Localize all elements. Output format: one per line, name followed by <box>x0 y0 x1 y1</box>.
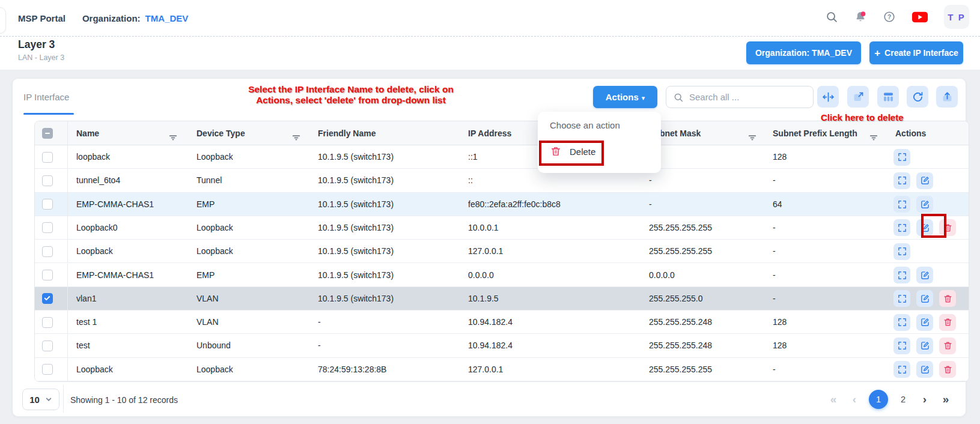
divider <box>67 287 68 310</box>
select-all-checkbox[interactable] <box>42 128 53 139</box>
cell-subnet-mask: 255.255.255.0 <box>649 287 703 310</box>
edit-row-button[interactable] <box>916 361 933 378</box>
cell-device-type: VLAN <box>196 287 219 310</box>
filter-icon[interactable] <box>868 128 879 139</box>
notifications-icon[interactable] <box>854 10 867 23</box>
plus-icon: + <box>874 48 880 58</box>
delete-row-button[interactable] <box>939 290 956 307</box>
expand-row-button[interactable] <box>893 243 910 260</box>
delete-row-button[interactable] <box>939 361 956 378</box>
pagination-next[interactable]: › <box>918 393 931 406</box>
edit-row-button[interactable] <box>916 290 933 307</box>
edit-row-button[interactable] <box>916 338 933 354</box>
annotation-note: Select the IP Interface Name to delete, … <box>233 84 469 106</box>
organization-button[interactable]: Organization: TMA_DEV <box>746 41 861 64</box>
cell-subnet-mask: 255.255.255.255 <box>649 216 712 240</box>
pagination-prev[interactable]: ‹ <box>848 393 861 406</box>
actions-button[interactable]: Actions▾ <box>593 86 657 108</box>
table-row: LoopbackLoopback78:24:59:13:28:8B127.0.0… <box>35 358 969 381</box>
table-row: EMP-CMMA-CHAS1EMP10.1.9.5 (switch173)0.0… <box>35 264 969 287</box>
edit-row-button[interactable] <box>916 267 933 283</box>
avatar[interactable]: T P <box>944 5 969 29</box>
filter-icon[interactable] <box>747 128 758 139</box>
edit-row-button[interactable] <box>916 172 933 189</box>
column-header-friendly-name[interactable]: Friendly Name <box>318 121 376 145</box>
table-row: testUnbound-10.94.182.4255.255.255.24812… <box>35 334 969 357</box>
row-checkbox[interactable] <box>42 152 53 163</box>
expand-row-button[interactable] <box>893 290 910 307</box>
row-checkbox[interactable] <box>42 293 53 304</box>
cell-device-type: Unbound <box>196 334 231 357</box>
help-icon[interactable]: ? <box>883 10 896 23</box>
cell-subnet-mask: 255.255.255.255 <box>649 240 712 263</box>
expand-row-button[interactable] <box>893 149 910 166</box>
row-checkbox[interactable] <box>42 222 53 233</box>
divider <box>67 216 68 239</box>
delete-menu-item[interactable]: Delete <box>545 138 654 165</box>
search-input[interactable] <box>666 86 813 108</box>
row-checkbox[interactable] <box>42 246 53 257</box>
row-checkbox[interactable] <box>42 270 53 280</box>
create-ip-interface-button[interactable]: + Create IP Interface <box>869 41 963 64</box>
expand-row-button[interactable] <box>893 361 910 378</box>
delete-row-button[interactable] <box>939 219 956 236</box>
row-checkbox[interactable] <box>42 199 53 210</box>
edit-row-button[interactable] <box>916 219 933 236</box>
column-header-device-type[interactable]: Device Type <box>196 121 245 145</box>
trash-icon <box>550 145 562 157</box>
row-checkbox[interactable] <box>42 317 53 328</box>
table-row: vlan1VLAN10.1.9.5 (switch173)10.1.9.5255… <box>35 287 969 310</box>
cell-device-type: VLAN <box>196 310 219 334</box>
table-row: test 1VLAN-10.94.182.4255.255.255.248128 <box>35 310 969 334</box>
refresh-icon[interactable] <box>907 86 928 108</box>
filter-icon[interactable] <box>291 128 302 139</box>
youtube-icon[interactable] <box>912 11 928 23</box>
filter-icon[interactable] <box>168 128 178 139</box>
search-icon[interactable] <box>825 10 838 23</box>
fit-columns-icon[interactable] <box>817 86 839 108</box>
column-header-name[interactable]: Name <box>76 121 99 145</box>
cell-subnet-prefix-length: - <box>773 358 776 381</box>
tab-ip-interface[interactable]: IP Interface <box>23 92 69 102</box>
cell-friendly-name: 10.1.9.5 (switch173) <box>318 287 394 310</box>
expand-row-button[interactable] <box>893 267 910 283</box>
page-size-value: 10 <box>29 395 40 405</box>
table-row: tunnel_6to4Tunnel10.1.9.5 (switch173)::-… <box>35 169 969 192</box>
expand-row-button[interactable] <box>893 338 910 354</box>
search-box <box>666 86 814 108</box>
pagination-page-2[interactable]: 2 <box>896 395 910 404</box>
column-header-subnet-prefix-length[interactable]: Subnet Prefix Length <box>773 121 857 145</box>
column-header-actions[interactable]: Actions <box>895 121 926 145</box>
open-new-icon[interactable] <box>847 86 869 108</box>
cell-name: vlan1 <box>76 287 96 310</box>
pagination-page-1[interactable]: 1 <box>869 390 888 409</box>
expand-row-button[interactable] <box>893 219 910 236</box>
cell-ip-address: fe80::2efa:a2ff:fe0c:b8c8 <box>468 193 561 216</box>
edit-row-button[interactable] <box>916 314 933 331</box>
row-checkbox[interactable] <box>42 364 53 375</box>
row-checkbox[interactable] <box>42 341 53 351</box>
cell-subnet-mask: 255.255.255.255 <box>649 358 712 381</box>
page-size-select[interactable]: 10 <box>22 389 59 410</box>
pagination-first[interactable]: « <box>827 393 840 406</box>
edit-row-button[interactable] <box>916 196 933 213</box>
expand-row-button[interactable] <box>893 172 910 189</box>
column-header-ip-address[interactable]: IP Address <box>468 121 511 145</box>
columns-icon[interactable] <box>877 86 899 108</box>
org-link[interactable]: TMA_DEV <box>145 13 189 23</box>
topbar: MSP Portal Organization: TMA_DEV <box>0 0 188 36</box>
row-checkbox[interactable] <box>42 175 53 186</box>
expand-row-button[interactable] <box>893 314 910 331</box>
divider <box>67 240 68 262</box>
cell-friendly-name: 10.1.9.5 (switch173) <box>318 169 394 192</box>
actions-button-label: Actions <box>606 92 639 102</box>
table-row: EMP-CMMA-CHAS1EMP10.1.9.5 (switch173)fe8… <box>35 193 969 216</box>
expand-row-button[interactable] <box>893 196 910 213</box>
divider <box>67 264 68 286</box>
pagination-last[interactable]: » <box>939 393 952 406</box>
cell-friendly-name: - <box>318 310 321 334</box>
cell-name: loopback <box>76 145 110 169</box>
delete-row-button[interactable] <box>939 314 956 331</box>
delete-row-button[interactable] <box>939 338 956 354</box>
export-icon[interactable] <box>936 86 958 108</box>
